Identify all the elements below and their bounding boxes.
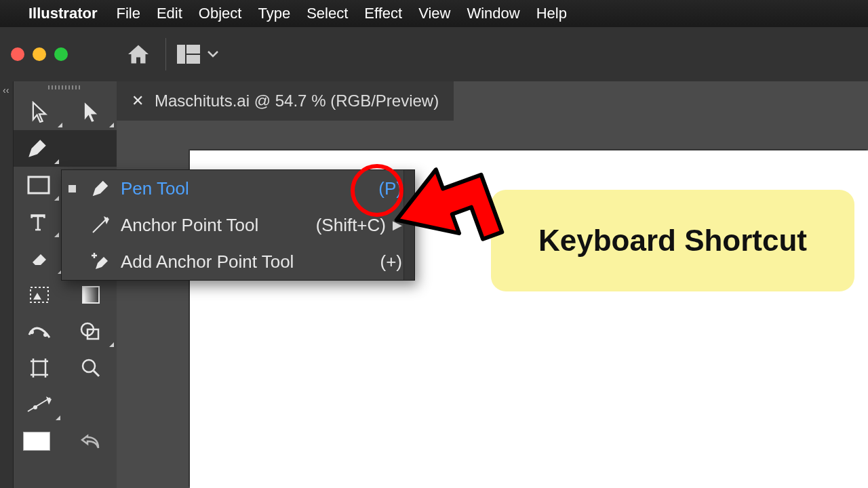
- menu-object[interactable]: Object: [199, 5, 242, 22]
- zoom-tool[interactable]: [65, 350, 117, 386]
- shape-builder-tool[interactable]: [65, 313, 117, 350]
- document-tab-title: Maschituts.ai @ 54.7 % (RGB/Preview): [155, 92, 439, 110]
- undo-icon[interactable]: [65, 423, 117, 460]
- panel-grip[interactable]: [14, 81, 117, 94]
- flyout-indicator-icon: [54, 159, 59, 164]
- arrange-documents-button[interactable]: [177, 45, 219, 64]
- flyout-item-label: Pen Tool: [121, 178, 189, 199]
- free-transform-tool[interactable]: [14, 277, 65, 313]
- svg-rect-0: [177, 45, 185, 64]
- divider: [165, 38, 166, 70]
- menu-effect[interactable]: Effect: [364, 5, 402, 22]
- flyout-item-shortcut: (Shift+C): [316, 215, 386, 236]
- app-name[interactable]: Illustrator: [28, 5, 97, 22]
- menu-file[interactable]: File: [116, 5, 140, 22]
- anchor-point-icon: [87, 215, 114, 235]
- chevron-down-icon: [207, 50, 219, 58]
- annotation-circle: [351, 164, 403, 217]
- document-tab[interactable]: ✕ Maschituts.ai @ 54.7 % (RGB/Preview): [117, 81, 454, 121]
- menu-view[interactable]: View: [418, 5, 450, 22]
- menu-edit[interactable]: Edit: [157, 5, 182, 22]
- svg-rect-2: [186, 55, 200, 64]
- pen-tool[interactable]: [14, 130, 117, 167]
- eraser-tool[interactable]: [14, 240, 65, 277]
- artboard-tool[interactable]: [14, 350, 65, 386]
- annotation-callout: Keyboard Shortcut: [491, 190, 854, 291]
- pen-icon: [87, 178, 114, 199]
- flyout-indicator-icon: [109, 123, 114, 127]
- selected-indicator-icon: [68, 185, 76, 192]
- panel-gutter: ‹‹: [0, 81, 14, 488]
- window-minimize-button[interactable]: [33, 47, 46, 61]
- flyout-item-label: Anchor Point Tool: [121, 215, 258, 236]
- menu-window[interactable]: Window: [467, 5, 519, 22]
- svg-rect-3: [28, 177, 49, 193]
- add-anchor-point-icon: [87, 251, 114, 272]
- flyout-indicator-icon: [56, 415, 60, 420]
- menu-help[interactable]: Help: [536, 5, 567, 22]
- selected-indicator-icon: [68, 258, 76, 266]
- fill-color[interactable]: [14, 423, 65, 460]
- svg-point-11: [83, 360, 95, 372]
- svg-rect-1: [186, 45, 200, 54]
- tools-panel: [14, 81, 117, 488]
- flyout-indicator-icon: [58, 123, 62, 127]
- svg-point-12: [33, 405, 37, 409]
- selection-tool[interactable]: [14, 94, 65, 130]
- document-tab-row: ✕ Maschituts.ai @ 54.7 % (RGB/Preview): [117, 81, 868, 121]
- collapse-chevron-icon[interactable]: ‹‹: [3, 85, 9, 96]
- window-traffic-lights: [11, 47, 68, 61]
- macos-menubar: Illustrator File Edit Object Type Select…: [0, 0, 868, 27]
- svg-rect-10: [33, 361, 45, 375]
- selected-indicator-icon: [68, 222, 76, 229]
- app-chrome: [0, 27, 868, 81]
- svg-rect-4: [31, 287, 48, 302]
- flyout-indicator-icon: [54, 232, 59, 237]
- gradient-tool[interactable]: [65, 277, 117, 313]
- direct-selection-tool[interactable]: [65, 94, 117, 130]
- svg-point-6: [30, 330, 34, 334]
- menu-select[interactable]: Select: [307, 5, 348, 22]
- svg-rect-5: [83, 287, 99, 303]
- close-tab-icon[interactable]: ✕: [132, 92, 144, 110]
- menu-type[interactable]: Type: [258, 5, 290, 22]
- annotation-callout-text: Keyboard Shortcut: [538, 224, 807, 258]
- svg-point-7: [43, 333, 47, 337]
- flyout-indicator-icon: [109, 342, 114, 347]
- flyout-item-add-anchor-point-tool[interactable]: Add Anchor Point Tool (+): [62, 243, 414, 280]
- flyout-item-label: Add Anchor Point Tool: [121, 251, 294, 272]
- window-zoom-button[interactable]: [54, 47, 68, 61]
- home-button[interactable]: [122, 38, 155, 70]
- annotation-arrow-icon: [389, 149, 505, 271]
- window-close-button[interactable]: [11, 47, 24, 61]
- flyout-indicator-icon: [54, 196, 59, 201]
- width-tool[interactable]: [14, 313, 65, 350]
- curvature-tool[interactable]: [14, 386, 117, 423]
